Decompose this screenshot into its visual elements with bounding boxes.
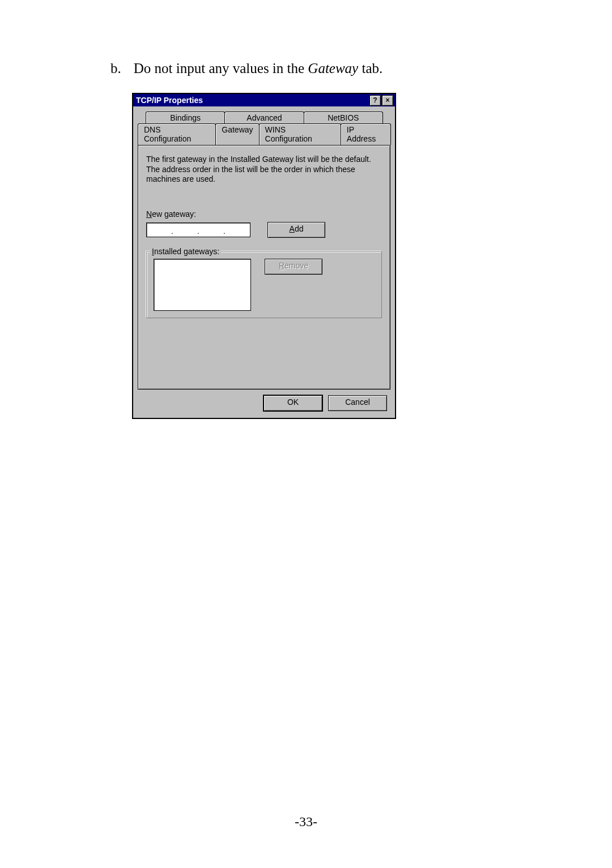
- ok-button[interactable]: OK: [264, 395, 322, 411]
- tab-wins-configuration[interactable]: WINS Configuration: [259, 123, 341, 145]
- cancel-button[interactable]: Cancel: [328, 395, 387, 411]
- instruction-line: b. Do not input any values in the Gatewa…: [110, 59, 382, 78]
- installed-gateways-list[interactable]: [154, 259, 251, 311]
- help-button[interactable]: ?: [369, 95, 381, 106]
- tab-ip-address[interactable]: IP Address: [341, 123, 391, 145]
- dialog-button-bar: OK Cancel: [138, 395, 390, 412]
- tab-dns-configuration[interactable]: DNS Configuration: [138, 123, 216, 145]
- ip-octet-4[interactable]: [226, 225, 249, 237]
- gateway-description: The first gateway in the Installed Gatew…: [146, 155, 382, 185]
- close-button[interactable]: ×: [382, 95, 393, 106]
- remove-button: Remove: [265, 259, 322, 275]
- tcpip-properties-dialog: TCP/IP Properties ? × Bindings Advanced …: [132, 93, 396, 419]
- page-number: -33-: [0, 814, 612, 829]
- instruction-text: Do not input any values in the Gateway t…: [134, 59, 383, 78]
- installed-gateways-group: Installed gateways: Remove: [146, 251, 382, 318]
- new-gateway-ip-input[interactable]: . . .: [146, 223, 250, 237]
- installed-gateways-label: Installed gateways:: [150, 247, 221, 256]
- add-button[interactable]: Add: [267, 222, 325, 238]
- tab-panel-gateway: The first gateway in the Installed Gatew…: [138, 145, 390, 390]
- tab-advanced[interactable]: Advanced: [224, 112, 304, 124]
- new-gateway-label: New gateway:: [146, 209, 382, 219]
- tab-bindings[interactable]: Bindings: [146, 112, 225, 124]
- instruction-marker: b.: [110, 59, 121, 78]
- tab-strip: Bindings Advanced NetBIOS DNS Configurat…: [138, 112, 390, 145]
- close-icon: ×: [385, 97, 389, 104]
- tab-netbios[interactable]: NetBIOS: [304, 112, 383, 124]
- question-icon: ?: [373, 97, 377, 104]
- tab-gateway[interactable]: Gateway: [215, 123, 259, 145]
- titlebar: TCP/IP Properties ? ×: [133, 94, 395, 106]
- ip-octet-3[interactable]: [200, 225, 223, 237]
- ip-octet-2[interactable]: [174, 225, 197, 237]
- dialog-title: TCP/IP Properties: [135, 96, 368, 105]
- ip-octet-1[interactable]: [148, 225, 171, 237]
